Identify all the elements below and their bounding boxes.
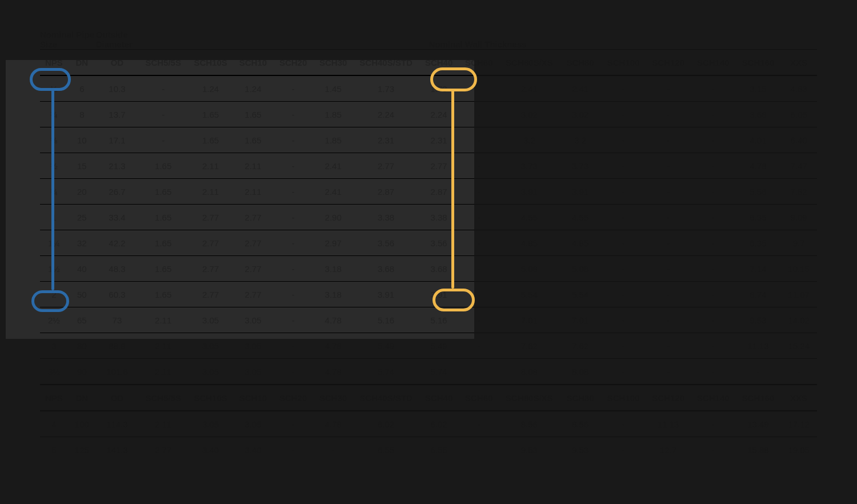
table-cell: 3.73 — [499, 153, 559, 179]
table-cell: 7.82 — [780, 179, 817, 205]
table-cell: - — [691, 102, 736, 127]
table-cell: 9.53 — [499, 437, 559, 463]
table-row: 4100114.32.113.053.05-4.786.026.02-8.568… — [40, 411, 817, 437]
table-cell: 1.65 — [188, 127, 233, 153]
col-header-sch10s: SCH10S — [188, 385, 233, 411]
col-header-sch10: SCH10 — [233, 50, 273, 76]
table-cell: 3.40 — [188, 437, 233, 463]
group-header-nps: Nominal Pipe Size — [40, 23, 96, 50]
table-row: ¼813.7-1.651.65-1.852.242.24-3.023.02---… — [40, 102, 817, 127]
table-cell: 42.2 — [96, 230, 138, 256]
table-cell: - — [691, 153, 736, 179]
table-cell: 3.2 — [560, 127, 601, 153]
table-row: 25060.31.652.772.77-3.183.913.91-5.545.5… — [40, 282, 817, 307]
table-row: 5125141.32.773.403.40--6.556.55-9.539.53… — [40, 437, 817, 463]
table-cell: 3.05 — [188, 333, 233, 359]
table-cell: 80 — [68, 333, 96, 359]
table-cell: 2½ — [40, 307, 68, 333]
table-cell: 13.7 — [96, 102, 138, 127]
table-cell: 2.41 — [499, 75, 559, 102]
table-cell: 4.01 — [736, 127, 781, 153]
table-cell: 1.65 — [138, 179, 188, 205]
table-cell: 3.91 — [353, 282, 419, 307]
table-cell: - — [691, 307, 736, 333]
table-cell: 3.05 — [188, 359, 233, 385]
table-cell: - — [691, 333, 736, 359]
table-cell: - — [273, 411, 313, 437]
table-cell: - — [459, 127, 499, 153]
col-header-sch10: SCH10 — [233, 385, 273, 411]
table-cell: 3.05 — [233, 307, 273, 333]
table-cell: - — [691, 437, 736, 463]
table-cell: 2.87 — [353, 179, 419, 205]
table-cell: - — [273, 102, 313, 127]
table-cell: 3.02 — [499, 102, 559, 127]
table-cell: - — [646, 127, 691, 153]
table-cell: 11.13 — [736, 333, 781, 359]
table-cell: 2.41 — [560, 75, 601, 102]
table-cell: 3.18 — [313, 256, 353, 282]
col-header-sch40s-std: SCH40S/STD — [353, 50, 419, 76]
table-cell: 3.56 — [419, 230, 459, 256]
table-cell: 25 — [68, 205, 96, 230]
table-cell: - — [601, 102, 646, 127]
col-header-xxs: XXS — [780, 50, 817, 76]
table-cell: 3.15 — [736, 75, 781, 102]
table-row: 2½65732.113.053.05-4.785.165.16-7.017.01… — [40, 307, 817, 333]
table-cell: 3.73 — [560, 153, 601, 179]
table-cell: - — [601, 282, 646, 307]
table-cell: 2.77 — [233, 282, 273, 307]
table-cell: - — [646, 205, 691, 230]
table-cell: 5.08 — [560, 256, 601, 282]
table-cell: 1.24 — [233, 75, 273, 102]
table-cell: 1.85 — [313, 102, 353, 127]
table-cell: 5.49 — [353, 333, 419, 359]
table-cell: 6.05 — [780, 102, 817, 127]
table-cell: 2.77 — [353, 153, 419, 179]
table-cell: 2.77 — [188, 230, 233, 256]
table-cell: - — [691, 205, 736, 230]
table-cell: 2.77 — [188, 256, 233, 282]
table-cell: - — [691, 179, 736, 205]
table-cell: 1.45 — [313, 75, 353, 102]
col-header-sch5-5s: SCH5/5S — [138, 385, 188, 411]
table-cell: - — [646, 153, 691, 179]
table-cell: 2.11 — [138, 411, 188, 437]
table-cell: 7.14 — [736, 256, 781, 282]
table-cell: 26.7 — [96, 179, 138, 205]
table-cell: 4.83 — [780, 75, 817, 102]
table-cell: - — [646, 230, 691, 256]
table-cell: - — [273, 307, 313, 333]
table-cell: 6.40 — [780, 127, 817, 153]
table-cell: 1.85 — [313, 127, 353, 153]
table-cell: ⅜ — [40, 127, 68, 153]
col-header-sch160: SCH160 — [736, 385, 781, 411]
table-cell: 3.91 — [419, 282, 459, 307]
table-row: 1½4048.31.652.772.77-3.183.683.68-5.085.… — [40, 256, 817, 282]
group-header-od: Outside Diameter — [96, 23, 138, 50]
table-cell: - — [273, 179, 313, 205]
table-cell: 7.01 — [499, 307, 559, 333]
table-cell: 2.41 — [313, 179, 353, 205]
table-cell: - — [646, 179, 691, 205]
col-header-sch80s-xs: SCH80S/XS — [499, 385, 559, 411]
table-cell: 7.62 — [560, 333, 601, 359]
table-cell: 1.65 — [188, 102, 233, 127]
table-cell: - — [601, 75, 646, 102]
table-cell: 9.09 — [780, 205, 817, 230]
table-row: 12533.41.652.772.77-2.903.383.38-4.554.5… — [40, 205, 817, 230]
table-cell: 1.65 — [138, 153, 188, 179]
group-header-thickness: Nominal Wall Thickness — [138, 23, 817, 50]
table-cell: - — [138, 75, 188, 102]
table-cell: 3.02 — [560, 102, 601, 127]
table-cell: 3.68 — [353, 256, 419, 282]
table-cell: 11.13 — [646, 411, 691, 437]
table-cell: 6.02 — [419, 411, 459, 437]
col-header-sch10s: SCH10S — [188, 50, 233, 76]
table-cell: 4 — [40, 411, 68, 437]
table-cell: 88.9 — [96, 333, 138, 359]
table-cell: - — [459, 179, 499, 205]
table-cell: 8 — [68, 102, 96, 127]
col-header-sch160: SCH160 — [736, 50, 781, 76]
table-cell: 9.53 — [736, 307, 781, 333]
